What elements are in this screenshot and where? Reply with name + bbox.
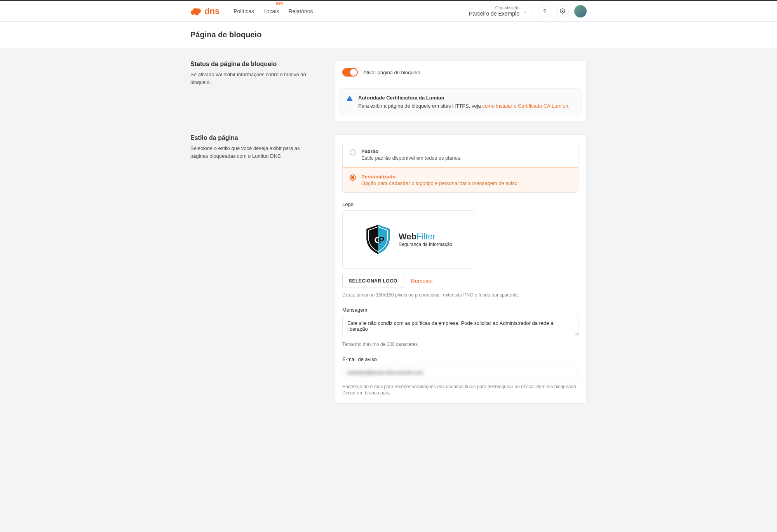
org-label: Organização: [469, 5, 519, 10]
style-description: Selecione o estilo que você deseja exibi…: [190, 145, 319, 160]
svg-text:P: P: [379, 235, 385, 245]
email-input[interactable]: [342, 365, 578, 380]
style-option-custom[interactable]: Personalizado Opção para cadastrar o log…: [342, 167, 578, 193]
logo-tagline: Segurança da Informação: [399, 242, 452, 247]
option-custom-sub: Opção para cadastrar o logotipo e person…: [361, 180, 519, 186]
radio-icon: [350, 174, 356, 181]
ca-alert: Autoridade Certificadora da Lumiun Para …: [339, 88, 582, 115]
toggle-label: Ativar página de bloqueio: [363, 70, 420, 75]
shield-icon: G P: [364, 224, 392, 255]
cloud-icon: [190, 7, 202, 16]
status-description: Se ativado vai exibir informações sobre …: [190, 71, 319, 86]
org-value: Parceiro de Exemplo: [469, 10, 519, 17]
page-title: Página de bloqueio: [190, 30, 587, 39]
remove-logo-link[interactable]: Remover: [411, 278, 433, 284]
logo-preview: G P WebFilter Segurança da Informação: [342, 210, 474, 269]
warning-icon: [347, 96, 353, 101]
new-badge: new: [276, 1, 283, 5]
option-default-sub: Estilo padrão disponível em todos os pla…: [361, 155, 462, 161]
email-label: E-mail de aviso: [342, 356, 578, 362]
brand-logo[interactable]: dns: [190, 6, 220, 16]
org-selector[interactable]: Organização Parceiro de Exemplo ⌄: [469, 5, 527, 17]
ca-install-link[interactable]: como instalar o Certificado CA Lumiun: [482, 103, 568, 109]
message-label: Mensagem: [342, 307, 578, 313]
settings-button[interactable]: [556, 5, 569, 17]
style-heading: Estilo da página: [190, 134, 319, 141]
help-button[interactable]: ?: [538, 5, 551, 17]
gear-icon: [560, 8, 565, 15]
alert-body: Para exibir a página de bloqueio em site…: [358, 103, 570, 109]
option-custom-title: Personalizado: [361, 174, 519, 180]
nav-locais-label: Locais: [263, 8, 279, 14]
select-logo-button[interactable]: SELECIONAR LOGO: [342, 274, 404, 288]
status-heading: Status da página de bloqueio: [190, 61, 319, 68]
avatar[interactable]: [574, 5, 587, 17]
style-option-default[interactable]: Padrão Estilo padrão disponível em todos…: [343, 142, 578, 167]
enable-block-page-toggle[interactable]: [342, 68, 358, 77]
message-textarea[interactable]: [342, 316, 578, 336]
email-hint: Endereço de e-mail para receber solicita…: [342, 384, 578, 397]
logo-hint: Dicas: tamanho 150x150 pixels ou proporc…: [342, 292, 578, 298]
svg-point-3: [195, 11, 199, 16]
divider: [533, 4, 533, 18]
chevron-down-icon: ⌄: [523, 9, 527, 14]
option-default-title: Padrão: [361, 148, 462, 154]
help-icon: ?: [543, 8, 546, 14]
nav-politicas[interactable]: Políticas: [233, 5, 254, 17]
brand-name: dns: [204, 6, 220, 16]
svg-point-4: [562, 10, 563, 12]
nav-relatorios[interactable]: Relatórios: [289, 5, 313, 17]
alert-title: Autoridade Certificadora da Lumiun: [358, 95, 570, 101]
nav-locais[interactable]: Locais new: [263, 5, 279, 17]
logo-label: Logo: [342, 201, 578, 207]
radio-icon: [350, 149, 356, 155]
message-hint: Tamanho máximo de 200 caracteres.: [342, 341, 578, 348]
logo-brand: WebFilter: [399, 232, 452, 242]
